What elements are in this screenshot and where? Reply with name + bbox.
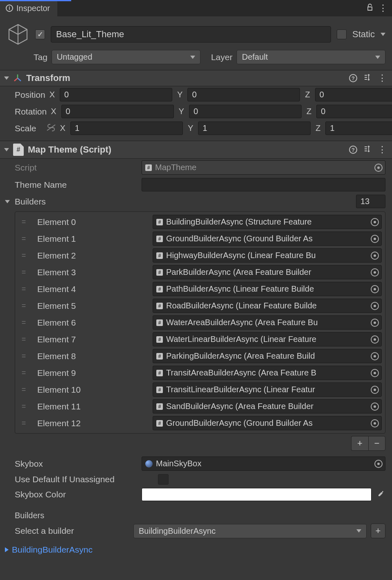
drag-handle-icon[interactable]: = — [18, 369, 28, 377]
gameobject-name-input[interactable] — [51, 26, 331, 43]
builder-element-row[interactable]: =Element 3#ParkBuilderAsync (Area Featur… — [17, 264, 383, 281]
help-icon[interactable]: ? — [349, 146, 357, 154]
drag-handle-icon[interactable]: = — [18, 335, 28, 344]
builder-element-row[interactable]: =Element 1#GroundBuilderAsync (Ground Bu… — [17, 230, 383, 247]
drag-handle-icon[interactable]: = — [18, 285, 28, 293]
target-icon[interactable] — [371, 369, 379, 377]
scale-y-input[interactable] — [198, 121, 311, 135]
builder-element-row[interactable]: =Element 7#WaterLinearBuilderAsync (Line… — [17, 331, 383, 348]
position-y-input[interactable] — [187, 88, 300, 101]
builder-expanded-name: BuildingBuilderAsync — [12, 545, 92, 555]
builder-element-row[interactable]: =Element 10#TransitLinearBuilderAsync (L… — [17, 381, 383, 398]
element-ref-field[interactable]: #WaterLinearBuilderAsync (Linear Feature — [153, 332, 382, 346]
layer-dropdown[interactable]: Default — [237, 50, 385, 64]
tag-dropdown[interactable]: Untagged — [52, 50, 201, 64]
drag-handle-icon[interactable]: = — [18, 419, 28, 427]
element-ref-field[interactable]: #WaterAreaBuilderAsync (Area Feature Bu — [153, 315, 382, 330]
transform-title: Transform — [26, 73, 345, 83]
element-ref-field[interactable]: #ParkingBuilderAsync (Area Feature Build — [153, 349, 382, 363]
drag-handle-icon[interactable]: = — [18, 218, 28, 226]
array-remove-button[interactable]: − — [368, 436, 385, 451]
array-add-button[interactable]: + — [351, 436, 368, 451]
theme-name-label: Theme Name — [15, 180, 137, 190]
gameobject-active-checkbox[interactable]: ✓ — [35, 29, 45, 39]
theme-name-input[interactable] — [142, 178, 385, 191]
transform-header[interactable]: Transform ? ⋮ — [0, 70, 392, 86]
component-menu-icon[interactable]: ⋮ — [378, 144, 386, 155]
builder-element-row[interactable]: =Element 8#ParkingBuilderAsync (Area Fea… — [17, 348, 383, 364]
element-ref-field[interactable]: #GroundBuilderAsync (Ground Builder As — [153, 416, 382, 430]
rotation-z-input[interactable] — [316, 105, 392, 118]
preset-icon[interactable] — [364, 145, 371, 155]
element-ref-field[interactable]: #BuildingBuilderAsync (Structure Feature — [153, 215, 382, 229]
target-icon[interactable] — [371, 235, 379, 243]
panel-menu-icon[interactable]: ⋮ — [378, 3, 387, 13]
target-icon[interactable] — [371, 419, 379, 427]
element-ref-field[interactable]: #PathBuilderAsync (Linear Feature Builde — [153, 282, 382, 296]
eyedropper-icon[interactable] — [376, 490, 385, 499]
target-icon[interactable] — [371, 252, 379, 260]
builder-element-row[interactable]: =Element 4#PathBuilderAsync (Linear Feat… — [17, 281, 383, 297]
target-icon[interactable] — [371, 268, 379, 277]
position-x-input[interactable] — [60, 88, 172, 101]
static-checkbox[interactable] — [337, 29, 347, 39]
builder-element-row[interactable]: =Element 0#BuildingBuilderAsync (Structu… — [17, 214, 383, 230]
drag-handle-icon[interactable]: = — [18, 385, 28, 394]
scale-z-input[interactable] — [325, 121, 392, 135]
target-icon[interactable] — [371, 319, 379, 327]
builder-element-row[interactable]: =Element 12#GroundBuilderAsync (Ground B… — [17, 415, 383, 432]
drag-handle-icon[interactable]: = — [18, 352, 28, 360]
element-ref-field[interactable]: #ParkBuilderAsync (Area Feature Builder — [153, 265, 382, 279]
drag-handle-icon[interactable]: = — [18, 268, 28, 277]
lock-icon[interactable] — [366, 4, 374, 13]
target-icon[interactable] — [374, 460, 383, 468]
static-dropdown-arrow[interactable] — [381, 33, 385, 36]
add-builder-button[interactable]: + — [371, 524, 385, 538]
constrain-icon[interactable] — [46, 124, 56, 133]
help-icon[interactable]: ? — [349, 74, 357, 82]
drag-handle-icon[interactable]: = — [18, 301, 28, 310]
skybox-color-field[interactable] — [142, 488, 372, 501]
builders-array-header[interactable]: Builders — [0, 193, 392, 210]
builder-element-row[interactable]: =Element 6#WaterAreaBuilderAsync (Area F… — [17, 314, 383, 331]
skybox-field[interactable]: MainSkyBox — [142, 456, 385, 471]
rotation-x-input[interactable] — [61, 105, 174, 118]
position-z-input[interactable] — [315, 88, 392, 101]
inspector-tab[interactable]: i Inspector — [0, 0, 57, 16]
element-ref-field[interactable]: #RoadBuilderAsync (Linear Feature Builde — [153, 299, 382, 313]
builder-select-dropdown[interactable]: BuildingBuilderAsync — [133, 524, 367, 538]
drag-handle-icon[interactable]: = — [18, 402, 28, 411]
element-ref-field[interactable]: #TransitLinearBuilderAsync (Linear Featu… — [153, 382, 382, 397]
drag-handle-icon[interactable]: = — [18, 318, 28, 327]
builders-size-input[interactable] — [356, 195, 385, 208]
target-icon[interactable] — [371, 285, 379, 293]
builder-foldout-row[interactable]: BuildingBuilderAsync — [0, 542, 392, 555]
rotation-y-input[interactable] — [189, 105, 302, 118]
builder-element-row[interactable]: =Element 9#TransitAreaBuilderAsync (Area… — [17, 364, 383, 381]
element-ref-field[interactable]: #TransitAreaBuilderAsync (Area Feature B — [153, 366, 382, 380]
builder-element-row[interactable]: =Element 5#RoadBuilderAsync (Linear Feat… — [17, 297, 383, 314]
target-icon[interactable] — [371, 302, 379, 310]
element-ref-field[interactable]: #SandBuilderAsync (Area Feature Builder — [153, 399, 382, 414]
element-ref-field[interactable]: #GroundBuilderAsync (Ground Builder As — [153, 232, 382, 246]
scale-x-input[interactable] — [70, 121, 183, 135]
use-default-checkbox[interactable] — [158, 474, 169, 485]
element-ref-field[interactable]: #HighwayBuilderAsync (Linear Feature Bu — [153, 248, 382, 263]
builder-element-row[interactable]: =Element 11#SandBuilderAsync (Area Featu… — [17, 398, 383, 415]
component-menu-icon[interactable]: ⋮ — [378, 73, 386, 83]
target-icon[interactable] — [371, 218, 379, 226]
tag-label: Tag — [34, 52, 47, 62]
drag-handle-icon[interactable]: = — [18, 251, 28, 260]
hash-icon: # — [156, 420, 163, 427]
drag-handle-icon[interactable]: = — [18, 234, 28, 243]
target-icon[interactable] — [371, 386, 379, 394]
element-label: Element 2 — [33, 251, 148, 261]
target-icon[interactable] — [371, 352, 379, 360]
target-icon[interactable] — [371, 335, 379, 344]
builder-element-row[interactable]: =Element 2#HighwayBuilderAsync (Linear F… — [17, 247, 383, 264]
preset-icon[interactable] — [364, 74, 371, 83]
target-icon[interactable] — [374, 164, 383, 172]
target-icon[interactable] — [371, 402, 379, 411]
maptheme-header[interactable]: # Map Theme (Script) ? ⋮ — [0, 141, 392, 159]
hash-icon: # — [156, 336, 163, 343]
